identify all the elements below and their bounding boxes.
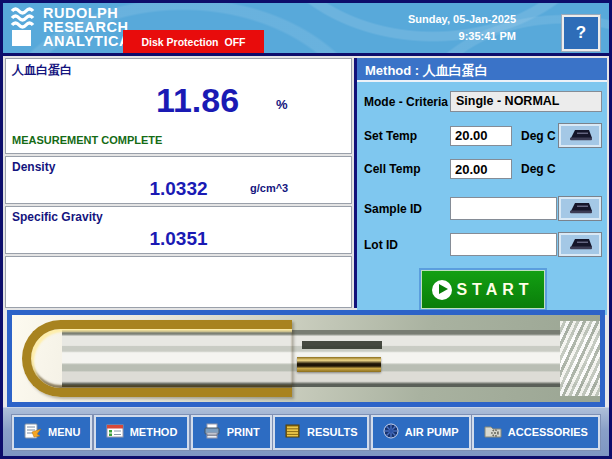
density-result-box: Density 1.0332 g/cm^3 bbox=[5, 156, 352, 204]
lot-id-input[interactable] bbox=[450, 233, 557, 256]
menu-button[interactable]: MENU bbox=[12, 415, 92, 450]
set-temp-label: Set Temp bbox=[364, 129, 450, 143]
waves-logo-icon bbox=[10, 6, 38, 52]
print-label: PRINT bbox=[227, 426, 260, 438]
disk-protection-button[interactable]: Disk Protection OFF bbox=[123, 30, 264, 53]
measurement-status: MEASUREMENT COMPLETE bbox=[12, 134, 162, 146]
density-unit: g/cm^3 bbox=[250, 182, 288, 194]
disk-protection-value: OFF bbox=[225, 36, 246, 48]
top-banner: RUDOLPH RESEARCH ANALYTICAL Disk Protect… bbox=[3, 3, 609, 53]
cell-temp-unit: Deg C bbox=[521, 162, 556, 176]
cell-temp-row: Cell Temp Deg C bbox=[364, 159, 602, 179]
lot-id-row: Lot ID bbox=[364, 232, 602, 257]
method-icon bbox=[106, 424, 124, 440]
mode-criteria-label: Mode - Criteria bbox=[364, 95, 450, 109]
results-panel: 人血白蛋白 11.86 % MEASUREMENT COMPLETE Densi… bbox=[5, 58, 352, 308]
bottom-toolbar: MENU METHOD bbox=[3, 407, 609, 456]
play-icon bbox=[432, 280, 452, 300]
accessories-button[interactable]: ACCESSORIES bbox=[472, 415, 600, 450]
results-label: RESULTS bbox=[307, 426, 358, 438]
start-label: START bbox=[456, 281, 533, 299]
method-form: Mode - Criteria Single - NORMAL Set Temp… bbox=[357, 82, 607, 315]
specific-gravity-result-box: Specific Gravity 1.0351 bbox=[5, 206, 352, 254]
keyboard-icon bbox=[567, 200, 593, 217]
sample-id-keyboard-button[interactable] bbox=[558, 196, 602, 221]
empty-result-box bbox=[5, 256, 352, 308]
cell-temp-input[interactable] bbox=[450, 159, 512, 179]
air-pump-label: AIR PUMP bbox=[405, 426, 459, 438]
air-pump-icon bbox=[383, 423, 399, 441]
sample-id-label: Sample ID bbox=[364, 202, 450, 216]
lot-id-keyboard-button[interactable] bbox=[558, 232, 602, 257]
results-icon bbox=[285, 424, 301, 440]
gold-sleeve bbox=[297, 357, 381, 372]
print-icon bbox=[203, 423, 221, 441]
primary-result-box: 人血白蛋白 11.86 % MEASUREMENT COMPLETE bbox=[5, 58, 352, 154]
gold-slot bbox=[302, 341, 382, 349]
time-text: 9:35:41 PM bbox=[408, 28, 516, 45]
accessories-label: ACCESSORIES bbox=[508, 426, 588, 438]
rudolph-logo: RUDOLPH RESEARCH ANALYTICAL bbox=[10, 6, 139, 52]
method-button[interactable]: METHOD bbox=[94, 415, 190, 450]
instrument-window: RUDOLPH RESEARCH ANALYTICAL Disk Protect… bbox=[0, 0, 612, 459]
method-label: METHOD bbox=[130, 426, 178, 438]
density-value: 1.0332 bbox=[6, 178, 351, 200]
start-button[interactable]: START bbox=[419, 268, 547, 311]
disk-protection-label: Disk Protection bbox=[141, 36, 218, 48]
results-button[interactable]: RESULTS bbox=[273, 415, 370, 450]
set-temp-keyboard-button[interactable] bbox=[558, 123, 602, 148]
set-temp-unit: Deg C bbox=[521, 129, 556, 143]
mode-criteria-value: Single - NORMAL bbox=[450, 91, 602, 112]
brass-utube bbox=[22, 320, 292, 397]
specific-gravity-label: Specific Gravity bbox=[12, 210, 103, 224]
main-area: 人血白蛋白 11.86 % MEASUREMENT COMPLETE Densi… bbox=[3, 56, 609, 310]
air-pump-button[interactable]: AIR PUMP bbox=[371, 415, 471, 450]
method-panel: Method : 人血白蛋白 Mode - Criteria Single - … bbox=[354, 58, 607, 308]
foil-wrap bbox=[560, 321, 600, 396]
sample-cell-photo bbox=[7, 310, 605, 407]
method-name-label: 人血白蛋白 bbox=[12, 62, 72, 79]
keyboard-icon bbox=[567, 236, 593, 253]
sample-id-row: Sample ID bbox=[364, 196, 602, 221]
specific-gravity-value: 1.0351 bbox=[6, 228, 351, 250]
sample-id-input[interactable] bbox=[450, 197, 557, 220]
primary-result-value: 11.86 bbox=[6, 81, 351, 120]
lot-id-label: Lot ID bbox=[364, 238, 450, 252]
set-temp-row: Set Temp Deg C bbox=[364, 123, 602, 148]
question-mark-icon: ? bbox=[576, 23, 586, 43]
menu-icon bbox=[24, 423, 42, 441]
set-temp-input[interactable] bbox=[450, 126, 512, 146]
density-label: Density bbox=[12, 160, 55, 174]
print-button[interactable]: PRINT bbox=[191, 415, 272, 450]
mode-criteria-row: Mode - Criteria Single - NORMAL bbox=[364, 91, 602, 112]
date-text: Sunday, 05-Jan-2025 bbox=[408, 11, 516, 28]
help-button[interactable]: ? bbox=[562, 15, 600, 51]
datetime-display: Sunday, 05-Jan-2025 9:35:41 PM bbox=[408, 11, 516, 45]
menu-label: MENU bbox=[48, 426, 80, 438]
primary-result-unit: % bbox=[276, 97, 288, 112]
start-area: START bbox=[364, 268, 602, 311]
accessories-icon bbox=[484, 424, 502, 440]
cell-temp-label: Cell Temp bbox=[364, 162, 450, 176]
keyboard-icon bbox=[567, 127, 593, 144]
method-panel-title: Method : 人血白蛋白 bbox=[357, 58, 607, 82]
